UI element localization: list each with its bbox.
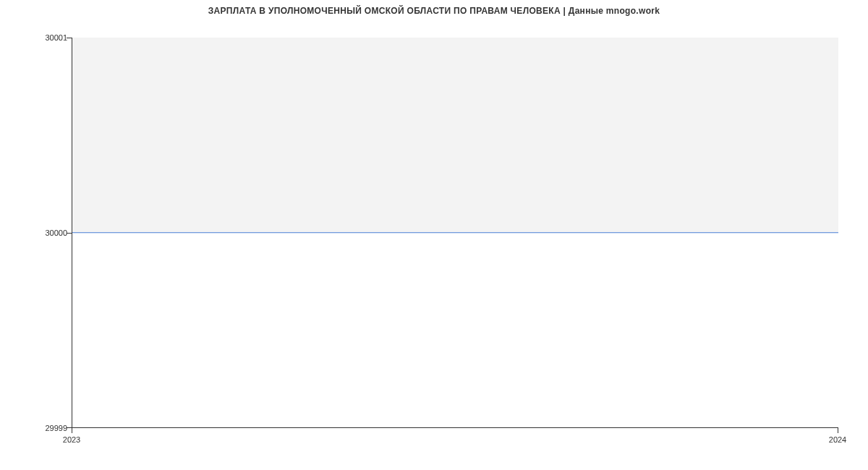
chart-title: ЗАРПЛАТА В УПОЛНОМОЧЕННЫЙ ОМСКОЙ ОБЛАСТИ…: [0, 6, 868, 16]
x-axis-tick: [838, 428, 838, 433]
y-axis-label: 29999: [45, 424, 67, 432]
x-axis-label: 2024: [829, 435, 846, 444]
y-axis-tick: [67, 233, 72, 234]
plot-area: [72, 38, 838, 428]
y-axis-tick: [67, 38, 72, 38]
x-axis-label: 2023: [63, 435, 80, 444]
y-axis-label: 30000: [45, 228, 67, 237]
data-line: [72, 232, 838, 233]
salary-chart: ЗАРПЛАТА В УПОЛНОМОЧЕННЫЙ ОМСКОЙ ОБЛАСТИ…: [0, 0, 868, 470]
x-axis-tick: [72, 428, 72, 433]
y-axis-tick: [67, 427, 72, 428]
y-axis-label: 30001: [45, 33, 67, 42]
area-fill: [72, 38, 838, 233]
